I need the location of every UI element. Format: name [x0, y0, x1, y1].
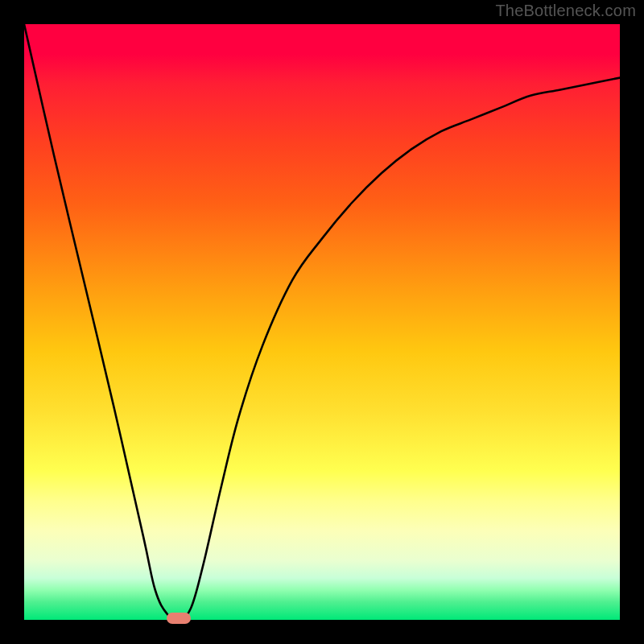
curve-layer	[24, 24, 620, 620]
optimal-marker	[167, 613, 191, 624]
chart-frame: TheBottleneck.com	[0, 0, 644, 644]
bottleneck-curve-path	[24, 24, 620, 620]
plot-area	[24, 24, 620, 620]
watermark-text: TheBottleneck.com	[495, 2, 636, 20]
